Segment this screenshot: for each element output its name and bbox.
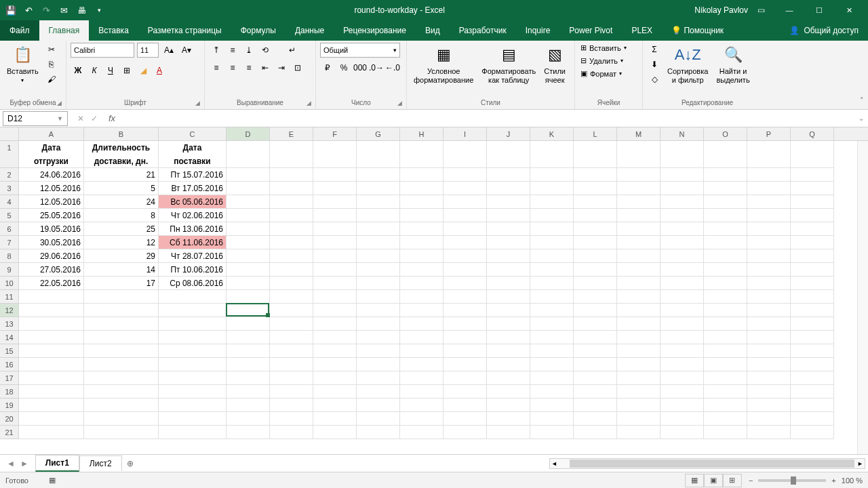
row-header[interactable] [0,155,19,168]
cell[interactable] [617,236,660,249]
cell[interactable] [270,155,313,168]
fx-icon[interactable]: fx [104,113,119,123]
cell[interactable] [660,168,704,182]
cell[interactable] [747,426,791,439]
cell[interactable] [530,209,574,222]
cell[interactable] [617,290,660,304]
cell[interactable] [443,249,487,263]
cell[interactable] [747,371,791,385]
cell[interactable]: 24 [84,195,159,209]
cell[interactable] [617,371,660,385]
cell[interactable] [226,182,270,195]
cell[interactable] [530,168,574,182]
row-header[interactable]: 17 [0,371,19,385]
zoom-slider[interactable] [758,479,826,482]
cancel-formula-icon[interactable]: ✕ [77,114,84,123]
cell[interactable] [487,358,530,371]
cell[interactable] [530,371,574,385]
cell[interactable]: Вс 05.06.2016 [159,195,226,209]
cell[interactable]: 24.06.2016 [19,168,84,182]
cell[interactable] [270,277,313,290]
italic-button[interactable]: К [87,63,102,78]
cell[interactable] [313,412,357,426]
cell[interactable] [487,155,530,168]
cell[interactable]: Пт 10.06.2016 [159,263,226,277]
cell[interactable] [400,263,443,277]
cell[interactable] [443,195,487,209]
name-box[interactable]: D12▼ [3,111,68,126]
cell[interactable] [487,371,530,385]
hscroll-thumb[interactable] [570,460,854,468]
cell[interactable] [574,399,617,412]
sort-filter-button[interactable]: A↓ZСортировка и фильтр [665,43,711,85]
cell[interactable] [660,412,704,426]
cell[interactable]: 12.05.2016 [19,195,84,209]
cell[interactable] [747,331,791,344]
cell[interactable] [574,277,617,290]
cell[interactable] [791,209,834,222]
cell[interactable] [19,399,84,412]
decrease-font-icon[interactable]: A▾ [179,43,194,58]
share-button[interactable]: 👤Общий доступ [780,20,868,41]
col-header-G[interactable]: G [357,127,400,140]
cell[interactable] [313,168,357,182]
row-header[interactable]: 19 [0,399,19,412]
cell[interactable] [617,168,660,182]
fill-color-button[interactable]: ◢ [136,63,151,78]
insert-cells-button[interactable]: ⊞Вставить▾ [579,43,628,53]
cell[interactable] [574,371,617,385]
scroll-right-icon[interactable]: ► [856,460,865,467]
row-header[interactable]: 1 [0,141,19,155]
cell[interactable] [270,236,313,249]
cell[interactable] [574,209,617,222]
align-dialog-icon[interactable]: ◢ [307,100,311,106]
cell[interactable] [159,412,226,426]
zoom-level[interactable]: 100 % [842,476,863,485]
cell[interactable] [443,371,487,385]
sheet-tab-2[interactable]: Лист2 [79,455,122,471]
cell[interactable] [487,331,530,344]
cell[interactable] [704,222,747,236]
cell[interactable] [704,277,747,290]
cell[interactable] [313,182,357,195]
tab-file[interactable]: Файл [0,20,39,41]
cell[interactable] [84,371,159,385]
cell[interactable] [443,222,487,236]
cell[interactable] [617,141,660,155]
cell[interactable] [530,331,574,344]
cell[interactable] [84,399,159,412]
cell[interactable] [660,290,704,304]
cell[interactable] [19,385,84,399]
cell[interactable]: 27.05.2016 [19,263,84,277]
cell[interactable] [357,317,400,331]
cell[interactable] [443,317,487,331]
chevron-down-icon[interactable]: ▼ [57,115,63,122]
cell[interactable] [226,155,270,168]
cell[interactable] [704,290,747,304]
cell[interactable] [487,317,530,331]
cell[interactable] [530,182,574,195]
cell[interactable] [400,168,443,182]
cell[interactable] [226,358,270,371]
cell[interactable] [617,385,660,399]
ribbon-options-icon[interactable]: ▭ [757,5,765,15]
cell[interactable] [791,317,834,331]
cell[interactable] [159,317,226,331]
col-header-Q[interactable]: Q [791,127,834,140]
cell[interactable] [357,331,400,344]
cell[interactable] [226,195,270,209]
cell[interactable] [357,358,400,371]
font-size-combo[interactable] [137,43,159,58]
cell[interactable] [226,317,270,331]
cell[interactable] [574,236,617,249]
row-header[interactable]: 4 [0,195,19,209]
cell[interactable] [443,141,487,155]
cell[interactable] [19,344,84,358]
cell[interactable] [791,141,834,155]
cell[interactable] [617,412,660,426]
cell[interactable] [270,344,313,358]
cell[interactable] [704,304,747,317]
cell[interactable] [19,371,84,385]
cell[interactable] [574,168,617,182]
cell[interactable] [791,331,834,344]
